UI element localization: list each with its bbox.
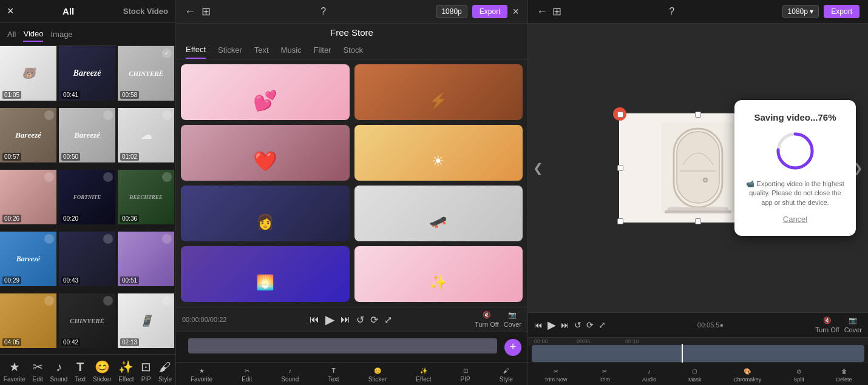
sticker-button-mid[interactable]: 😊 Sticker bbox=[368, 367, 387, 383]
turn-off-button[interactable]: 🔇 Turn Off bbox=[475, 311, 499, 328]
effect-button[interactable]: ✨ Effect bbox=[118, 360, 134, 383]
grid-icon[interactable]: ⊞ bbox=[202, 5, 211, 18]
trim-now-button[interactable]: ✂ Trim Now bbox=[544, 368, 567, 383]
export-button[interactable]: Export bbox=[472, 5, 508, 18]
list-item[interactable]: CHINYERÈ 00:58 ✓ bbox=[118, 46, 174, 101]
list-item[interactable]: 🐻 01:05 bbox=[0, 46, 56, 101]
resolution-button[interactable]: 1080p bbox=[436, 5, 467, 18]
play-icon[interactable]: ▶ bbox=[325, 312, 334, 327]
resolution-button[interactable]: 1080p ▾ bbox=[782, 5, 819, 18]
effect-8[interactable]: ✨ Effect 8 Tiked bbox=[354, 246, 523, 302]
close-icon[interactable]: × bbox=[512, 5, 519, 18]
list-item[interactable]: Bareezé 00:29 bbox=[0, 232, 56, 286]
effect-7[interactable]: 🌅 Effect 7 Tiked bbox=[181, 246, 350, 302]
close-icon[interactable]: × bbox=[7, 5, 14, 18]
list-item[interactable]: Bareezé 00:57 bbox=[0, 108, 56, 162]
play-icon[interactable]: ▶ bbox=[548, 318, 556, 332]
redo-icon[interactable]: ⟳ bbox=[586, 320, 594, 330]
export-button[interactable]: Export bbox=[824, 5, 860, 18]
tab-filter[interactable]: Filter bbox=[314, 42, 331, 58]
sound-label: Sound bbox=[281, 376, 299, 383]
list-item[interactable]: Bareezé 00:50 bbox=[59, 108, 115, 162]
undo-icon[interactable]: ↺ bbox=[356, 314, 364, 326]
trim-button[interactable]: ✂ Trim bbox=[599, 368, 610, 383]
style-button[interactable]: 🖌 Style bbox=[158, 360, 172, 383]
grid-icon[interactable]: ⊞ bbox=[552, 5, 561, 18]
question-icon[interactable]: ? bbox=[320, 6, 326, 17]
duration-label: 00:43 bbox=[61, 276, 80, 284]
handle-top-center[interactable] bbox=[695, 112, 701, 118]
pip-button-mid[interactable]: ⊡ PIP bbox=[461, 367, 470, 383]
list-item[interactable]: 📱 02:13 bbox=[118, 293, 174, 348]
list-item[interactable]: Bareezé 00:41 bbox=[59, 46, 115, 101]
list-item[interactable]: FORTNITE 00:20 bbox=[59, 170, 115, 224]
list-item[interactable]: 04:05 bbox=[0, 293, 56, 348]
mask-button[interactable]: ⬡ Mask bbox=[688, 368, 702, 383]
effect-light-leak-2[interactable]: ☀ Light Leak 2 Tiked bbox=[354, 125, 523, 181]
cover-button[interactable]: 📷 Cover bbox=[504, 311, 521, 328]
tab-music[interactable]: Music bbox=[281, 42, 302, 58]
turn-off-button[interactable]: 🔇 Turn Off bbox=[815, 316, 839, 333]
left-panel: × All Stock Video All Video Image 🐻 01:0… bbox=[0, 0, 176, 385]
list-item[interactable]: 00:43 bbox=[59, 232, 115, 286]
handle-middle-left[interactable] bbox=[617, 165, 623, 171]
tab-sticker[interactable]: Sticker bbox=[218, 42, 242, 58]
question-icon[interactable]: ? bbox=[669, 6, 674, 17]
pip-button[interactable]: ⊡ PIP bbox=[141, 360, 151, 383]
chromakey-button[interactable]: 🎨 Chromakey bbox=[733, 368, 761, 383]
list-item[interactable]: 00:51 bbox=[118, 232, 174, 286]
tab-text[interactable]: Text bbox=[254, 42, 269, 58]
sound-button-mid[interactable]: ♪ Sound bbox=[281, 367, 299, 383]
favorite-button-mid[interactable]: ★ Favorite bbox=[191, 367, 212, 383]
list-item[interactable]: BEECHTREE 00:36 bbox=[118, 170, 174, 224]
delete-button[interactable]: 🗑 Delete bbox=[836, 368, 852, 383]
tab-all[interactable]: All bbox=[7, 27, 16, 41]
text-button-mid[interactable]: T Text bbox=[328, 367, 339, 383]
sticker-button[interactable]: 😊 Sticker bbox=[93, 360, 112, 383]
undo-icon[interactable]: ↺ bbox=[574, 320, 581, 330]
audio-button[interactable]: ♪ Audio bbox=[642, 368, 656, 383]
effect-pixel-pop[interactable]: 💕 Pixel Pop Tiked bbox=[181, 64, 350, 120]
cover-button[interactable]: 📷 Cover bbox=[844, 316, 862, 333]
back-icon[interactable]: ← bbox=[185, 5, 195, 18]
style-button-mid[interactable]: 🖌 Style bbox=[500, 367, 513, 383]
edit-button-mid[interactable]: ✂ Edit bbox=[242, 367, 252, 383]
tab-effect[interactable]: Effect bbox=[186, 41, 206, 59]
expand-icon[interactable]: ⤢ bbox=[598, 320, 606, 330]
list-item[interactable]: CHINYERÈ 00:42 bbox=[59, 293, 115, 348]
tab-stock[interactable]: Stock bbox=[343, 42, 363, 58]
redo-icon[interactable]: ⟳ bbox=[370, 314, 378, 326]
handle-bottom-left[interactable] bbox=[617, 218, 623, 224]
list-item[interactable]: ☁ 01:02 bbox=[118, 108, 174, 162]
tab-image[interactable]: Image bbox=[50, 27, 72, 41]
audio-icon: ♪ bbox=[648, 368, 651, 375]
favorite-button[interactable]: ★ Favorite bbox=[4, 360, 25, 383]
effect-flash-4[interactable]: 👩 Flash 4 Tiked bbox=[181, 186, 350, 241]
effect-button-mid[interactable]: ✨ Effect bbox=[416, 367, 431, 383]
effect-flash-1[interactable]: 🛹 Flash 1 Tiked bbox=[354, 186, 523, 241]
check-icon bbox=[162, 172, 172, 182]
turn-off-icon: 🔇 bbox=[483, 311, 491, 319]
turn-off-label: Turn Off bbox=[475, 321, 499, 328]
add-clip-button[interactable]: + bbox=[504, 339, 521, 356]
text-button[interactable]: T Text bbox=[75, 360, 86, 383]
split-button[interactable]: ⊘ Split bbox=[793, 368, 804, 383]
edit-button[interactable]: ✂ Edit bbox=[33, 360, 43, 383]
skip-forward-icon[interactable]: ⏭ bbox=[341, 314, 350, 325]
sound-button[interactable]: ♪ Sound bbox=[50, 360, 67, 383]
handle-bottom-center[interactable] bbox=[695, 218, 701, 224]
saving-cancel-button[interactable]: Cancel bbox=[783, 215, 807, 224]
handle-top-left[interactable] bbox=[617, 112, 623, 118]
tab-video[interactable]: Video bbox=[23, 27, 43, 42]
expand-icon[interactable]: ⤢ bbox=[384, 314, 392, 326]
turn-off-icon: 🔇 bbox=[823, 316, 832, 324]
skip-back-icon[interactable]: ⏮ bbox=[310, 314, 319, 325]
back-icon[interactable]: ← bbox=[537, 5, 548, 18]
list-item[interactable]: 00:26 bbox=[0, 170, 56, 224]
effect-shaking-3[interactable]: ⚡ Shaking 3 Tiked bbox=[354, 64, 523, 120]
effect-heart-emoji[interactable]: ❤️ Heart Emoji Tiked bbox=[181, 125, 350, 181]
skip-start-icon[interactable]: ⏮ bbox=[534, 320, 543, 330]
skip-end-icon[interactable]: ⏭ bbox=[561, 320, 569, 330]
duration-label: 00:50 bbox=[61, 153, 80, 161]
preview-arrow-left[interactable]: ❮ bbox=[533, 161, 543, 175]
